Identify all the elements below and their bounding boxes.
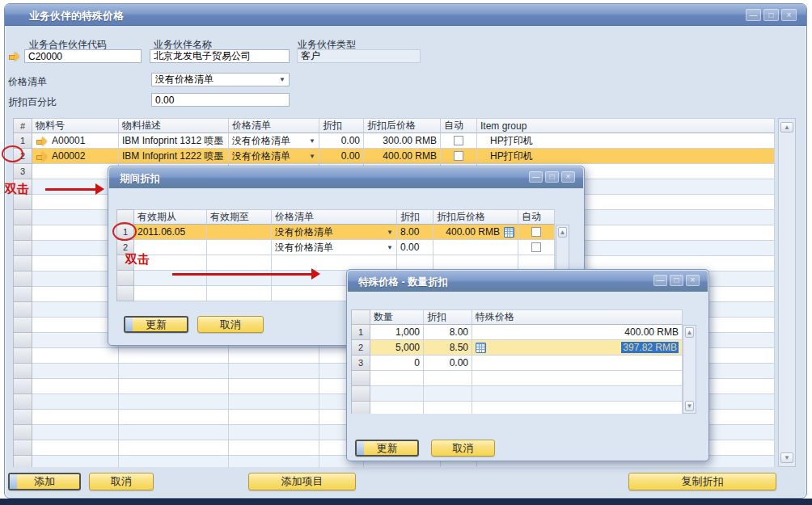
- empty-cell[interactable]: [32, 456, 119, 467]
- row-number-cell[interactable]: 3: [351, 356, 370, 371]
- empty-cell[interactable]: [424, 371, 472, 386]
- row-number-cell[interactable]: [13, 210, 32, 225]
- cancel-button[interactable]: 取消: [89, 473, 154, 490]
- empty-cell[interactable]: [119, 456, 229, 467]
- empty-cell[interactable]: [32, 179, 119, 195]
- cancel-button[interactable]: 取消: [431, 440, 495, 457]
- price-list-combo[interactable]: 没有价格清单 ▼: [151, 73, 290, 86]
- scroll-down-icon[interactable]: ▼: [685, 401, 694, 411]
- cell-discount[interactable]: 0.00: [319, 149, 364, 164]
- bp-name-field[interactable]: 北京龙发电子贸易公司: [150, 49, 290, 63]
- row-number-cell[interactable]: 1: [351, 325, 370, 340]
- empty-cell[interactable]: [229, 394, 319, 410]
- empty-cell[interactable]: [32, 195, 119, 210]
- empty-cell[interactable]: [229, 379, 319, 394]
- cell-discount[interactable]: 0.00: [397, 240, 433, 255]
- cell-discount[interactable]: 0.00: [319, 133, 364, 149]
- row-number-cell[interactable]: [13, 410, 32, 425]
- link-arrow-icon[interactable]: [36, 152, 48, 161]
- main-scrollbar[interactable]: ▲ ▼: [778, 118, 796, 467]
- main-titlebar[interactable]: 业务伙伴的特殊价格 — □ ×: [5, 4, 806, 26]
- empty-cell[interactable]: [32, 302, 119, 318]
- empty-cell[interactable]: [32, 287, 119, 302]
- empty-cell[interactable]: [229, 456, 319, 467]
- cell-discount[interactable]: 8.50: [424, 340, 472, 356]
- empty-cell[interactable]: [207, 255, 272, 271]
- auto-checkbox[interactable]: [454, 136, 463, 145]
- cell-special-price[interactable]: 397.82 RMB: [472, 340, 683, 356]
- scroll-up-icon[interactable]: ▲: [685, 327, 694, 338]
- row-number-cell[interactable]: [13, 440, 32, 456]
- row-number-cell[interactable]: [13, 287, 32, 302]
- add-items-button[interactable]: 添加项目: [248, 473, 356, 490]
- cell-item-desc[interactable]: IBM Infoprint 1312 喷墨: [119, 133, 229, 149]
- cell-auto[interactable]: [518, 225, 555, 240]
- cell-item-group[interactable]: HP打印机: [477, 133, 775, 149]
- cell-discount[interactable]: 8.00: [424, 325, 472, 340]
- empty-cell[interactable]: [370, 371, 424, 386]
- empty-cell[interactable]: [119, 410, 229, 425]
- bp-code-field[interactable]: C20000: [24, 49, 142, 63]
- empty-cell[interactable]: [119, 379, 229, 394]
- cell-auto[interactable]: [441, 149, 477, 164]
- qty-dialog-titlebar[interactable]: 特殊价格 - 数量折扣 — □ ×: [348, 271, 708, 292]
- cell-discount[interactable]: 8.00: [397, 225, 433, 240]
- empty-cell[interactable]: [119, 425, 229, 440]
- cell-valid-from[interactable]: 2011.06.05: [134, 225, 207, 240]
- qty-scrollbar[interactable]: ▲ ▼: [683, 325, 696, 414]
- minimize-icon[interactable]: —: [529, 171, 543, 183]
- update-button[interactable]: 更新: [124, 316, 188, 333]
- cell-price-list[interactable]: 没有价格清单▼: [229, 149, 319, 164]
- empty-cell[interactable]: [32, 364, 119, 379]
- empty-cell[interactable]: [424, 386, 472, 402]
- empty-cell[interactable]: [472, 371, 683, 386]
- row-number-cell[interactable]: [351, 371, 370, 386]
- row-number-cell[interactable]: [13, 333, 32, 348]
- add-button[interactable]: 添加: [8, 473, 81, 490]
- cell-qty[interactable]: 5,000: [370, 340, 424, 356]
- empty-cell[interactable]: [472, 402, 683, 414]
- cell-price-list[interactable]: 没有价格清单▼: [272, 240, 397, 255]
- scroll-up-icon[interactable]: ▲: [780, 122, 793, 133]
- empty-cell[interactable]: [229, 440, 319, 456]
- row-number-cell[interactable]: [13, 271, 32, 287]
- link-arrow-icon[interactable]: [36, 137, 48, 145]
- empty-cell[interactable]: [32, 425, 119, 440]
- chevron-down-icon[interactable]: ▼: [387, 244, 393, 251]
- row-number-cell[interactable]: [13, 256, 32, 271]
- empty-cell[interactable]: [370, 386, 424, 402]
- empty-cell[interactable]: [32, 256, 119, 271]
- empty-cell[interactable]: [229, 364, 319, 379]
- update-button[interactable]: 更新: [355, 440, 419, 457]
- empty-cell[interactable]: [119, 348, 229, 364]
- minimize-icon[interactable]: —: [653, 275, 667, 286]
- empty-cell[interactable]: [32, 348, 119, 364]
- cell-valid-to[interactable]: [207, 240, 272, 255]
- auto-checkbox[interactable]: [454, 151, 463, 161]
- copy-discount-button[interactable]: 复制折扣: [628, 473, 776, 490]
- row-number-cell[interactable]: [13, 318, 32, 333]
- close-icon[interactable]: ×: [781, 9, 797, 21]
- cell-item-desc[interactable]: IBM Infoprint 1222 喷墨: [119, 149, 229, 164]
- cell-item-code[interactable]: A00002: [32, 149, 119, 164]
- row-number-cell[interactable]: [13, 348, 32, 364]
- cell-special-price[interactable]: [472, 356, 683, 371]
- period-dialog-titlebar[interactable]: 期间折扣 — □ ×: [109, 167, 583, 188]
- cell-price-list[interactable]: 没有价格清单▼: [272, 225, 397, 240]
- empty-cell[interactable]: [229, 348, 319, 364]
- cell-qty[interactable]: 0: [370, 356, 424, 371]
- auto-checkbox[interactable]: [531, 242, 541, 252]
- empty-cell[interactable]: [370, 402, 424, 414]
- row-number-cell[interactable]: [351, 402, 370, 414]
- detail-grid-icon[interactable]: [476, 343, 486, 353]
- maximize-icon[interactable]: □: [763, 9, 779, 21]
- link-arrow-icon[interactable]: [8, 52, 20, 61]
- empty-cell[interactable]: [32, 210, 119, 225]
- cell-auto[interactable]: [518, 240, 555, 255]
- row-number-cell[interactable]: [13, 364, 32, 379]
- row-number-cell[interactable]: 3: [13, 164, 32, 179]
- row-number-cell[interactable]: [13, 394, 32, 410]
- chevron-down-icon[interactable]: ▼: [309, 153, 315, 160]
- minimize-icon[interactable]: —: [746, 9, 761, 21]
- cancel-button[interactable]: 取消: [197, 316, 264, 333]
